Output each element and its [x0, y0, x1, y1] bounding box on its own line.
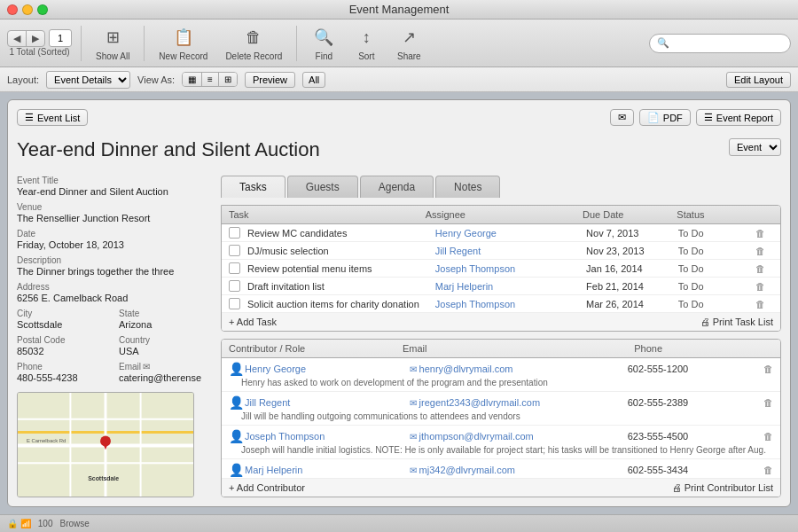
toolbar: ◀ ▶ 1 1 Total (Sorted) ⊞ Show All 📋 New … — [0, 20, 798, 67]
show-all-button[interactable]: ⊞ Show All — [90, 23, 135, 63]
contributor-delete-button[interactable]: 🗑 — [763, 431, 773, 442]
list-view-button[interactable]: ≡ — [202, 73, 219, 86]
preview-button[interactable]: Preview — [245, 72, 295, 88]
maximize-button[interactable] — [37, 4, 48, 15]
task-name: Draft invitation list — [247, 281, 432, 292]
task-delete-button[interactable]: 🗑 — [755, 228, 773, 239]
search-box[interactable]: 🔍 — [649, 34, 791, 53]
zoom-level: 100 — [38, 519, 53, 528]
separator-3 — [296, 26, 297, 61]
table-row: DJ/music selection Jill Regent Nov 23, 2… — [222, 242, 780, 260]
event-title-label: Event Title — [17, 176, 212, 185]
task-checkbox[interactable] — [229, 227, 240, 239]
tab-agenda[interactable]: Agenda — [360, 176, 434, 198]
table-view-button[interactable]: ⊞ — [219, 73, 237, 86]
nav-arrows[interactable]: ◀ ▶ — [7, 30, 45, 47]
country-value: USA — [119, 346, 212, 356]
tab-notes[interactable]: Notes — [435, 176, 500, 198]
assignee-col-header: Assignee — [426, 209, 583, 220]
all-button[interactable]: All — [302, 72, 325, 88]
venue-field: Venue The Rensellier Junction Resort — [17, 202, 212, 223]
pdf-label: PDF — [663, 113, 683, 123]
email-field-label-text: Email — [119, 362, 141, 372]
print-contributor-label: Print Contributor List — [685, 482, 773, 493]
view-as-label: View As: — [137, 74, 175, 85]
contributor-delete-button[interactable]: 🗑 — [763, 397, 773, 408]
share-button[interactable]: ↗ Share — [391, 23, 426, 63]
task-delete-button[interactable]: 🗑 — [755, 299, 773, 309]
city-state-row: City Scottsdale State Arizona — [17, 309, 212, 330]
task-col-header: Task — [229, 209, 426, 220]
svg-text:E Camelback Rd: E Camelback Rd — [27, 438, 66, 443]
tasks-panel: Task Assignee Due Date Status Review MC … — [221, 205, 781, 332]
tab-guests[interactable]: Guests — [287, 176, 358, 198]
new-record-button[interactable]: 📋 New Record — [153, 23, 213, 63]
new-record-icon: 📋 — [171, 25, 196, 50]
sort-icon: ↕ — [354, 25, 379, 50]
print-task-button[interactable]: 🖨 Print Task List — [700, 317, 773, 327]
page-number[interactable]: 1 — [49, 29, 72, 47]
statusbar: 🔒 📶 100 Browse — [0, 514, 798, 532]
task-assignee: Joseph Thompson — [435, 263, 583, 274]
delete-record-button[interactable]: 🗑 Delete Record — [220, 23, 287, 63]
table-row: Draft invitation list Marj Helperin Feb … — [222, 278, 780, 295]
event-title: Year-end Dinner and Silent Auction — [17, 138, 320, 161]
event-report-label: Event Report — [716, 113, 773, 123]
task-delete-button[interactable]: 🗑 — [755, 281, 773, 292]
main-content: ☰ Event List ✉ 📄 PDF ☰ Event Report Year… — [0, 92, 798, 514]
task-checkbox[interactable] — [229, 280, 240, 292]
date-value: Friday, October 18, 2013 — [17, 239, 212, 250]
task-name: Review MC candidates — [247, 228, 432, 239]
phone-field: Phone 480-555-4238 — [17, 362, 110, 383]
sort-button[interactable]: ↕ Sort — [348, 23, 384, 63]
task-delete-button[interactable]: 🗑 — [755, 246, 773, 256]
contributors-panel: Contributor / Role Email Phone 👤 Henry G… — [221, 339, 781, 497]
show-all-label: Show All — [96, 51, 129, 61]
print-icon: 🖨 — [700, 317, 710, 327]
tabs: Tasks Guests Agenda Notes — [221, 176, 781, 198]
task-assignee: Jill Regent — [435, 246, 583, 256]
prev-record[interactable]: ◀ — [8, 31, 27, 46]
contributor-phone: 623-555-4500 — [628, 431, 756, 442]
event-type-select[interactable]: Event — [729, 138, 781, 156]
contributor-delete-button[interactable]: 🗑 — [763, 364, 773, 374]
task-checkbox[interactable] — [229, 245, 240, 256]
layout-select[interactable]: Event Details — [46, 71, 130, 89]
pdf-button[interactable]: 📄 PDF — [639, 109, 691, 126]
address-value: 6256 E. Camelback Road — [17, 293, 212, 303]
view-buttons: ▦ ≡ ⊞ — [182, 72, 238, 87]
tab-tasks[interactable]: Tasks — [221, 176, 286, 198]
task-due-date: Nov 23, 2013 — [586, 246, 675, 256]
minimize-button[interactable] — [22, 4, 33, 15]
task-status: To Do — [678, 263, 752, 274]
edit-layout-button[interactable]: Edit Layout — [726, 72, 791, 88]
postal-label: Postal Code — [17, 335, 110, 345]
form-view-button[interactable]: ▦ — [183, 73, 202, 86]
event-list-button[interactable]: ☰ Event List — [17, 109, 88, 126]
task-delete-button[interactable]: 🗑 — [755, 263, 773, 274]
add-contributor-button[interactable]: + Add Contributor — [229, 482, 305, 493]
contributor-phone: 602-555-3434 — [628, 465, 756, 475]
task-status: To Do — [678, 246, 752, 256]
share-icon: ↗ — [396, 25, 421, 50]
next-record[interactable]: ▶ — [27, 31, 44, 46]
email-button[interactable]: ✉ — [610, 109, 634, 126]
close-button[interactable] — [7, 4, 18, 15]
event-report-button[interactable]: ☰ Event Report — [696, 109, 781, 126]
task-checkbox[interactable] — [229, 262, 240, 274]
delete-record-label: Delete Record — [225, 51, 282, 61]
map-svg: E Camelback Rd Scottsdale — [18, 393, 193, 497]
task-name: Review potential menu items — [247, 263, 432, 274]
task-due-date: Mar 26, 2014 — [586, 299, 675, 309]
task-checkbox[interactable] — [229, 298, 240, 309]
task-assignee: Marj Helperin — [435, 281, 583, 292]
table-row: Review potential menu items Joseph Thomp… — [222, 260, 780, 278]
task-due-date: Feb 21, 2014 — [586, 281, 675, 292]
search-input[interactable] — [672, 38, 783, 49]
contributor-delete-button[interactable]: 🗑 — [763, 465, 773, 475]
add-task-button[interactable]: + Add Task — [229, 317, 277, 327]
separator-1 — [81, 26, 82, 61]
print-contributor-button[interactable]: 🖨 Print Contributor List — [672, 482, 773, 493]
find-button[interactable]: 🔍 Find — [306, 23, 341, 63]
print-task-label: Print Task List — [713, 317, 773, 327]
